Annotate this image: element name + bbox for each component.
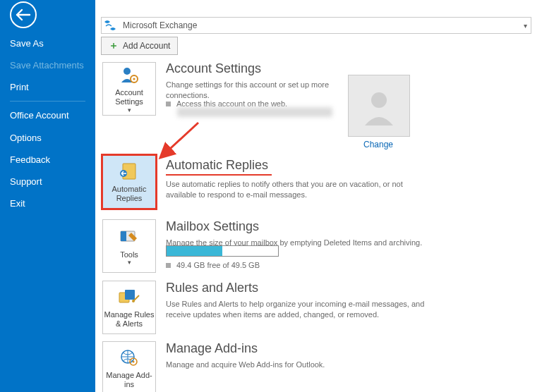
add-account-label: Add Account xyxy=(123,41,170,51)
chevron-down-icon: ▾ xyxy=(128,106,131,114)
account-settings-tile-label: Account Settings xyxy=(103,88,155,106)
account-settings-title: Account Settings xyxy=(166,61,261,76)
account-settings-tile[interactable]: Account Settings ▾ xyxy=(102,62,156,116)
tools-tile[interactable]: Tools ▾ xyxy=(102,219,156,273)
automatic-replies-title: Automatic Replies xyxy=(166,158,268,173)
side-office-account[interactable]: Office Account xyxy=(0,104,95,127)
rules-alerts-desc: Use Rules and Alerts to help organize yo… xyxy=(166,299,441,321)
account-settings-icon xyxy=(119,64,140,85)
automatic-replies-icon xyxy=(119,161,139,182)
bullet-icon xyxy=(166,102,171,106)
annotation-underline xyxy=(166,174,272,176)
back-arrow-icon xyxy=(16,8,31,21)
addins-icon xyxy=(119,347,139,368)
account-selector-label: Microsoft Exchange xyxy=(119,20,519,30)
chevron-down-icon: ▾ xyxy=(519,22,531,30)
rules-alerts-tile[interactable]: Manage Rules & Alerts xyxy=(102,281,156,334)
backstage-sidebar: Save As Save Attachments Print Office Ac… xyxy=(0,0,95,392)
add-account-button[interactable]: ＋ Add Account xyxy=(101,37,178,55)
mailbox-capacity-fill xyxy=(167,246,222,256)
svg-point-2 xyxy=(133,78,135,80)
rules-alerts-icon xyxy=(118,286,140,307)
manage-addins-desc: Manage and acquire Web Add-ins for Outlo… xyxy=(166,360,325,370)
avatar-placeholder-icon xyxy=(359,86,399,125)
annotation-arrow xyxy=(156,120,205,162)
side-print[interactable]: Print xyxy=(0,76,95,98)
account-info-pane: Microsoft Exchange ▾ ＋ Add Account Accou… xyxy=(95,0,542,392)
side-save-attachments: Save Attachments xyxy=(0,54,95,76)
manage-addins-tile-label: Manage Add-ins xyxy=(103,371,155,388)
bullet-icon xyxy=(166,263,171,268)
chevron-down-icon: ▾ xyxy=(128,259,131,266)
exchange-icon xyxy=(102,18,119,33)
manage-addins-tile[interactable]: Manage Add-ins xyxy=(102,341,156,392)
automatic-replies-tile-label: Automatic Replies xyxy=(103,185,155,202)
mailbox-capacity-bar xyxy=(166,245,279,257)
side-exit[interactable]: Exit xyxy=(0,192,95,214)
svg-point-3 xyxy=(371,92,387,108)
svg-point-13 xyxy=(133,361,135,363)
side-support[interactable]: Support xyxy=(0,171,95,192)
tools-icon xyxy=(119,226,140,247)
svg-rect-9 xyxy=(125,290,135,300)
mailbox-free-text: 49.4 GB free of 49.5 GB xyxy=(166,261,279,269)
mailbox-settings-title: Mailbox Settings xyxy=(166,219,259,234)
automatic-replies-tile[interactable]: Automatic Replies xyxy=(101,154,157,210)
back-button[interactable] xyxy=(10,1,37,28)
change-avatar-link[interactable]: Change xyxy=(363,140,393,149)
svg-point-10 xyxy=(132,300,135,302)
side-options[interactable]: Options xyxy=(0,127,95,149)
manage-addins-title: Manage Add-ins xyxy=(166,341,258,356)
side-feedback[interactable]: Feedback xyxy=(0,149,95,171)
rules-alerts-title: Rules and Alerts xyxy=(166,281,258,295)
tools-tile-label: Tools xyxy=(120,250,138,259)
account-settings-desc: Change settings for this account or set … xyxy=(166,80,335,102)
automatic-replies-desc: Use automatic replies to notify others t… xyxy=(166,179,434,201)
profile-avatar[interactable] xyxy=(348,75,410,137)
sidebar-separator xyxy=(10,101,85,102)
svg-point-0 xyxy=(124,68,131,75)
plus-icon: ＋ xyxy=(109,39,119,52)
redacted-url xyxy=(176,107,332,119)
side-save-as[interactable]: Save As xyxy=(0,32,95,54)
rules-alerts-tile-label: Manage Rules & Alerts xyxy=(103,310,155,328)
account-selector[interactable]: Microsoft Exchange ▾ xyxy=(101,17,531,34)
svg-rect-7 xyxy=(121,231,126,241)
